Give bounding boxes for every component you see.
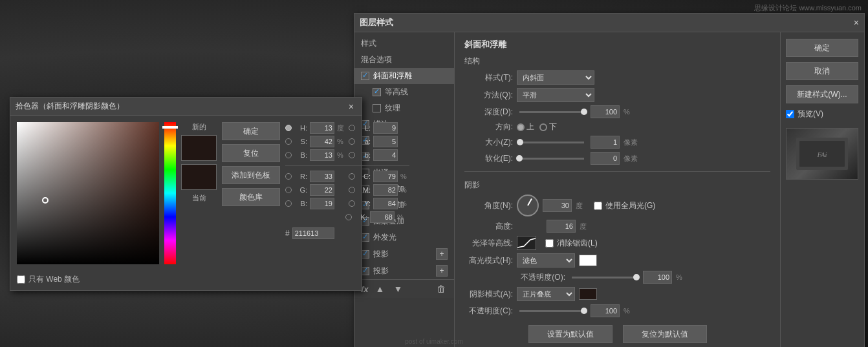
menu-item-contour[interactable]: 等高线: [354, 84, 454, 100]
reset-default-button[interactable]: 复位为默认值: [623, 325, 707, 343]
b-radio[interactable]: [285, 152, 292, 158]
style-select[interactable]: 内斜面: [517, 70, 594, 85]
shadow-color-swatch[interactable]: [579, 288, 597, 300]
shadow-opacity-slider[interactable]: [519, 310, 584, 312]
shadow-opacity-handle: [581, 308, 587, 314]
g-input[interactable]: [310, 184, 334, 196]
hilight-opacity-slider[interactable]: [572, 277, 636, 279]
y-unit: %: [400, 200, 409, 207]
gradient-field[interactable]: [17, 122, 159, 264]
hilight-color-swatch[interactable]: [579, 255, 597, 266]
a-input[interactable]: [373, 136, 398, 147]
soften-slider[interactable]: [519, 158, 584, 160]
r-input[interactable]: [310, 171, 334, 182]
gloss-row: 光泽等高线: 消除锯齿(L): [464, 236, 770, 250]
h-radio[interactable]: [285, 125, 292, 131]
angle-input[interactable]: [543, 199, 572, 212]
layer-style-close-button[interactable]: ×: [854, 17, 859, 28]
menu-item-drop-shadow-2[interactable]: 投影 +: [354, 262, 454, 279]
k-input[interactable]: [370, 211, 395, 223]
depth-input[interactable]: [591, 105, 620, 118]
direction-down-radio[interactable]: [539, 123, 547, 131]
global-light-checkbox[interactable]: [594, 202, 602, 210]
menu-item-styles-label: 样式: [361, 38, 376, 49]
k-radio[interactable]: [345, 214, 352, 220]
angle-wheel[interactable]: [517, 195, 539, 216]
anti-alias-checkbox[interactable]: [545, 239, 554, 247]
l-radio[interactable]: [349, 125, 355, 131]
picker-reset-button[interactable]: 复位: [222, 144, 280, 162]
set-default-button[interactable]: 设置为默认值: [528, 325, 613, 343]
y-radio[interactable]: [349, 200, 355, 207]
style-label: 样式(T):: [464, 72, 513, 83]
hue-strip[interactable]: [164, 122, 176, 264]
c-input[interactable]: [373, 171, 398, 182]
s-radio[interactable]: [285, 138, 292, 145]
m-input[interactable]: [373, 184, 398, 196]
ok-button[interactable]: 确定: [786, 39, 858, 57]
color-gradient-square[interactable]: [17, 122, 159, 264]
contour-checkbox[interactable]: [373, 88, 381, 96]
direction-up-radio[interactable]: [517, 123, 525, 131]
h-input[interactable]: [310, 122, 334, 134]
web-color-checkbox[interactable]: [17, 275, 25, 284]
method-select[interactable]: 平滑: [517, 88, 594, 102]
g-radio[interactable]: [285, 187, 292, 193]
size-input[interactable]: [591, 136, 620, 149]
direction-up-label: 上: [526, 121, 534, 132]
m-radio[interactable]: [349, 187, 355, 193]
menu-item-drop-shadow-2-label: 投影: [373, 266, 389, 277]
delete-effect-button[interactable]: 🗑: [435, 284, 448, 294]
y-input[interactable]: [373, 198, 398, 209]
altitude-input[interactable]: [547, 220, 576, 233]
h-input-row: H: 度 L:: [285, 122, 409, 134]
preview-checkbox[interactable]: [786, 110, 794, 118]
l-input[interactable]: [373, 122, 398, 134]
s-input[interactable]: [310, 136, 334, 147]
menu-item-bevel[interactable]: 斜面和浮雕: [354, 68, 454, 84]
shadow-opacity-row: 不透明度(C): %: [464, 304, 770, 317]
r-radio[interactable]: [285, 173, 292, 180]
direction-down-item[interactable]: 下: [539, 121, 557, 132]
remove-effect-button[interactable]: ▼: [391, 284, 404, 294]
h-label: H:: [294, 124, 307, 132]
c-radio[interactable]: [349, 173, 355, 180]
drop-shadow-2-plus[interactable]: +: [436, 265, 448, 277]
bevel-section-title: 斜面和浮雕: [464, 39, 770, 50]
layer-style-body: 样式 混合选项 斜面和浮雕 等高线 纹理: [354, 32, 864, 347]
menu-item-blend[interactable]: 混合选项: [354, 52, 454, 68]
picker-buttons: 确定 复位 添加到色板 颜色库: [222, 122, 280, 264]
b2-input[interactable]: [373, 149, 398, 161]
picker-add-swatch-button[interactable]: 添加到色板: [222, 166, 280, 184]
direction-up-item[interactable]: 上: [517, 121, 534, 132]
default-buttons-row: 设置为默认值 复位为默认值: [464, 325, 770, 343]
shadow-opacity-input[interactable]: [591, 304, 620, 317]
depth-slider[interactable]: [519, 111, 584, 113]
texture-checkbox[interactable]: [373, 104, 381, 112]
shadow-mode-select[interactable]: 正片叠底: [517, 287, 575, 301]
new-style-button[interactable]: 新建样式(W)...: [786, 85, 858, 103]
cancel-button[interactable]: 取消: [786, 62, 858, 80]
hilight-mode-select[interactable]: 滤色: [517, 253, 575, 268]
add-effect-button[interactable]: ▲: [374, 284, 387, 294]
color-picker-close-button[interactable]: ×: [346, 101, 356, 112]
b2-label: b:: [358, 151, 371, 159]
size-slider[interactable]: [519, 142, 584, 143]
b3-radio[interactable]: [285, 200, 292, 207]
r-label: R:: [294, 173, 307, 180]
angle-label: 角度(N):: [464, 200, 513, 211]
b2-radio[interactable]: [349, 152, 355, 158]
soften-input[interactable]: [591, 152, 620, 165]
b-input[interactable]: [310, 149, 334, 161]
hilight-opacity-input[interactable]: [643, 271, 672, 284]
menu-item-styles[interactable]: 样式: [354, 36, 454, 52]
gloss-contour-preview[interactable]: [517, 236, 536, 250]
picker-ok-button[interactable]: 确定: [222, 122, 280, 140]
picker-color-lib-button[interactable]: 颜色库: [222, 188, 280, 206]
b3-input[interactable]: [310, 198, 334, 209]
menu-item-texture[interactable]: 纹理: [354, 100, 454, 116]
drop-shadow-1-plus[interactable]: +: [436, 248, 448, 260]
a-radio[interactable]: [349, 138, 355, 145]
bevel-checkbox[interactable]: [361, 72, 369, 80]
hex-input[interactable]: [292, 227, 334, 239]
